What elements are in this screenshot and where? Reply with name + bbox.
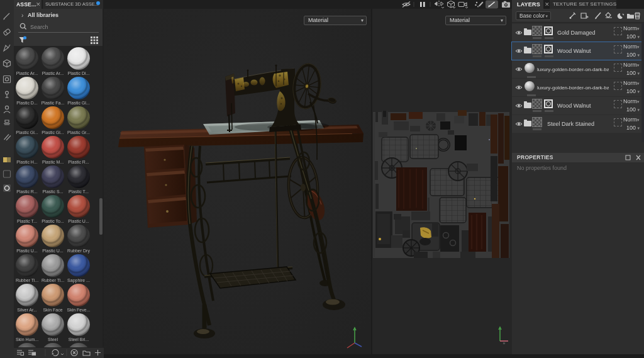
- svg-text:u: u: [503, 341, 505, 345]
